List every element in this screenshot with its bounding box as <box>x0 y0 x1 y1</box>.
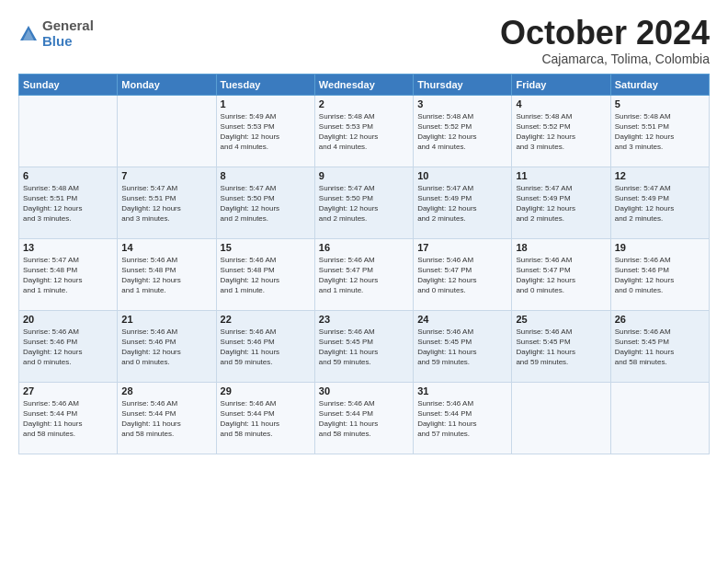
calendar-cell: 9Sunrise: 5:47 AM Sunset: 5:50 PM Daylig… <box>314 167 413 238</box>
calendar-cell: 28Sunrise: 5:46 AM Sunset: 5:44 PM Dayli… <box>118 382 216 454</box>
header-monday: Monday <box>118 74 216 95</box>
day-number: 21 <box>121 314 211 325</box>
calendar-cell: 19Sunrise: 5:46 AM Sunset: 5:46 PM Dayli… <box>610 238 709 310</box>
header-thursday: Thursday <box>414 74 512 95</box>
week-row-0: 1Sunrise: 5:49 AM Sunset: 5:53 PM Daylig… <box>19 95 710 167</box>
day-info: Sunrise: 5:46 AM Sunset: 5:47 PM Dayligh… <box>516 255 606 296</box>
day-info: Sunrise: 5:46 AM Sunset: 5:45 PM Dayligh… <box>417 327 507 368</box>
month-title: October 2024 <box>500 15 710 52</box>
day-number: 12 <box>615 170 705 181</box>
logo-general: General <box>42 18 94 34</box>
logo-text: General Blue <box>42 18 94 49</box>
day-info: Sunrise: 5:48 AM Sunset: 5:51 PM Dayligh… <box>615 111 705 153</box>
calendar-cell: 10Sunrise: 5:47 AM Sunset: 5:49 PM Dayli… <box>414 167 512 238</box>
calendar-cell: 23Sunrise: 5:46 AM Sunset: 5:45 PM Dayli… <box>314 310 413 382</box>
day-number: 19 <box>615 242 705 253</box>
header-sunday: Sunday <box>19 74 118 95</box>
calendar-cell <box>19 95 118 167</box>
day-info: Sunrise: 5:46 AM Sunset: 5:45 PM Dayligh… <box>615 327 705 368</box>
day-number: 4 <box>516 98 606 109</box>
day-number: 17 <box>417 242 507 253</box>
day-number: 20 <box>23 314 113 325</box>
calendar-cell: 13Sunrise: 5:47 AM Sunset: 5:48 PM Dayli… <box>19 238 118 310</box>
day-info: Sunrise: 5:49 AM Sunset: 5:53 PM Dayligh… <box>221 111 311 153</box>
calendar-cell <box>118 95 216 167</box>
week-row-3: 20Sunrise: 5:46 AM Sunset: 5:46 PM Dayli… <box>19 310 710 382</box>
day-number: 28 <box>121 385 211 396</box>
day-number: 16 <box>319 242 409 253</box>
calendar-cell: 31Sunrise: 5:46 AM Sunset: 5:44 PM Dayli… <box>414 382 512 454</box>
page: General Blue October 2024 Cajamarca, Tol… <box>0 0 728 563</box>
calendar-cell: 1Sunrise: 5:49 AM Sunset: 5:53 PM Daylig… <box>216 95 314 167</box>
day-number: 13 <box>23 242 113 253</box>
day-info: Sunrise: 5:46 AM Sunset: 5:47 PM Dayligh… <box>319 255 409 296</box>
calendar-cell <box>610 382 709 454</box>
day-info: Sunrise: 5:46 AM Sunset: 5:44 PM Dayligh… <box>23 398 113 440</box>
day-number: 24 <box>417 314 507 325</box>
day-info: Sunrise: 5:47 AM Sunset: 5:49 PM Dayligh… <box>615 183 705 224</box>
day-number: 23 <box>319 314 409 325</box>
calendar-cell: 29Sunrise: 5:46 AM Sunset: 5:44 PM Dayli… <box>216 382 314 454</box>
day-number: 31 <box>417 385 507 396</box>
day-number: 26 <box>615 314 705 325</box>
day-info: Sunrise: 5:46 AM Sunset: 5:44 PM Dayligh… <box>417 398 507 440</box>
day-info: Sunrise: 5:46 AM Sunset: 5:44 PM Dayligh… <box>121 398 211 440</box>
day-number: 22 <box>221 314 311 325</box>
header-wednesday: Wednesday <box>314 74 413 95</box>
calendar-cell: 18Sunrise: 5:46 AM Sunset: 5:47 PM Dayli… <box>512 238 610 310</box>
day-info: Sunrise: 5:48 AM Sunset: 5:51 PM Dayligh… <box>23 183 113 224</box>
calendar-cell: 8Sunrise: 5:47 AM Sunset: 5:50 PM Daylig… <box>216 167 314 238</box>
header-friday: Friday <box>512 74 610 95</box>
day-info: Sunrise: 5:47 AM Sunset: 5:48 PM Dayligh… <box>23 255 113 296</box>
day-number: 10 <box>417 170 507 181</box>
logo-blue: Blue <box>42 34 94 50</box>
week-row-2: 13Sunrise: 5:47 AM Sunset: 5:48 PM Dayli… <box>19 238 710 310</box>
day-info: Sunrise: 5:47 AM Sunset: 5:50 PM Dayligh… <box>319 183 409 224</box>
calendar-cell: 6Sunrise: 5:48 AM Sunset: 5:51 PM Daylig… <box>19 167 118 238</box>
calendar-cell: 22Sunrise: 5:46 AM Sunset: 5:46 PM Dayli… <box>216 310 314 382</box>
day-info: Sunrise: 5:46 AM Sunset: 5:46 PM Dayligh… <box>221 327 311 368</box>
calendar-cell: 17Sunrise: 5:46 AM Sunset: 5:47 PM Dayli… <box>414 238 512 310</box>
header-tuesday: Tuesday <box>216 74 314 95</box>
day-number: 18 <box>516 242 606 253</box>
calendar-cell <box>512 382 610 454</box>
calendar-cell: 25Sunrise: 5:46 AM Sunset: 5:45 PM Dayli… <box>512 310 610 382</box>
day-info: Sunrise: 5:46 AM Sunset: 5:46 PM Dayligh… <box>23 327 113 368</box>
header-saturday: Saturday <box>610 74 709 95</box>
day-info: Sunrise: 5:48 AM Sunset: 5:52 PM Dayligh… <box>516 111 606 153</box>
calendar-cell: 3Sunrise: 5:48 AM Sunset: 5:52 PM Daylig… <box>414 95 512 167</box>
title-block: October 2024 Cajamarca, Tolima, Colombia <box>500 15 710 66</box>
calendar-cell: 16Sunrise: 5:46 AM Sunset: 5:47 PM Dayli… <box>314 238 413 310</box>
day-info: Sunrise: 5:46 AM Sunset: 5:47 PM Dayligh… <box>417 255 507 296</box>
header: General Blue October 2024 Cajamarca, Tol… <box>18 15 710 66</box>
day-number: 8 <box>221 170 311 181</box>
day-info: Sunrise: 5:46 AM Sunset: 5:48 PM Dayligh… <box>221 255 311 296</box>
calendar-cell: 14Sunrise: 5:46 AM Sunset: 5:48 PM Dayli… <box>118 238 216 310</box>
day-number: 25 <box>516 314 606 325</box>
calendar-cell: 27Sunrise: 5:46 AM Sunset: 5:44 PM Dayli… <box>19 382 118 454</box>
day-number: 3 <box>417 98 507 109</box>
day-info: Sunrise: 5:46 AM Sunset: 5:46 PM Dayligh… <box>615 255 705 296</box>
week-row-1: 6Sunrise: 5:48 AM Sunset: 5:51 PM Daylig… <box>19 167 710 238</box>
day-number: 15 <box>221 242 311 253</box>
day-number: 27 <box>23 385 113 396</box>
calendar-cell: 15Sunrise: 5:46 AM Sunset: 5:48 PM Dayli… <box>216 238 314 310</box>
day-info: Sunrise: 5:47 AM Sunset: 5:49 PM Dayligh… <box>516 183 606 224</box>
day-info: Sunrise: 5:46 AM Sunset: 5:46 PM Dayligh… <box>121 327 211 368</box>
calendar-cell: 20Sunrise: 5:46 AM Sunset: 5:46 PM Dayli… <box>19 310 118 382</box>
day-info: Sunrise: 5:46 AM Sunset: 5:44 PM Dayligh… <box>319 398 409 440</box>
logo-icon <box>18 24 39 44</box>
day-info: Sunrise: 5:46 AM Sunset: 5:45 PM Dayligh… <box>319 327 409 368</box>
day-number: 14 <box>121 242 211 253</box>
day-info: Sunrise: 5:46 AM Sunset: 5:48 PM Dayligh… <box>121 255 211 296</box>
day-info: Sunrise: 5:48 AM Sunset: 5:52 PM Dayligh… <box>417 111 507 153</box>
day-number: 29 <box>221 385 311 396</box>
calendar-cell: 7Sunrise: 5:47 AM Sunset: 5:51 PM Daylig… <box>118 167 216 238</box>
day-info: Sunrise: 5:47 AM Sunset: 5:50 PM Dayligh… <box>221 183 311 224</box>
calendar-cell: 11Sunrise: 5:47 AM Sunset: 5:49 PM Dayli… <box>512 167 610 238</box>
calendar-cell: 24Sunrise: 5:46 AM Sunset: 5:45 PM Dayli… <box>414 310 512 382</box>
calendar-cell: 2Sunrise: 5:48 AM Sunset: 5:53 PM Daylig… <box>314 95 413 167</box>
day-info: Sunrise: 5:46 AM Sunset: 5:45 PM Dayligh… <box>516 327 606 368</box>
calendar-cell: 5Sunrise: 5:48 AM Sunset: 5:51 PM Daylig… <box>610 95 709 167</box>
calendar-cell: 4Sunrise: 5:48 AM Sunset: 5:52 PM Daylig… <box>512 95 610 167</box>
